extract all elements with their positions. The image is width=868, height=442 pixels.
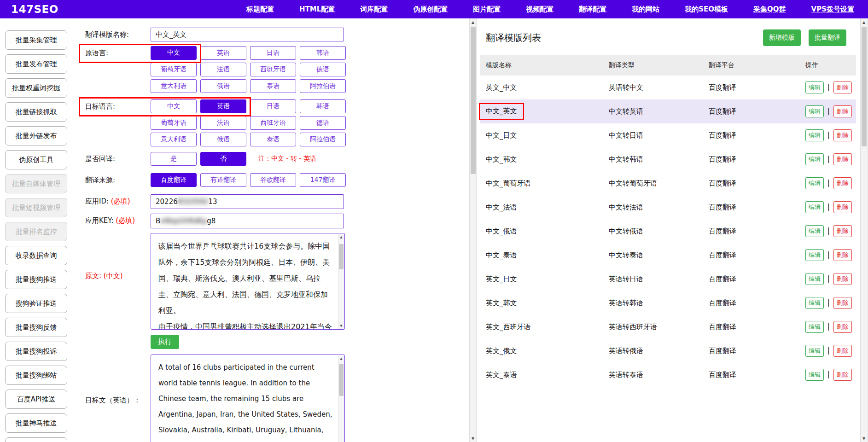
app-id-input[interactable]: 20226810359213 [151,194,344,209]
back-translate-option[interactable]: 是 [151,152,197,166]
source-language-button[interactable]: 德语 [300,63,346,76]
edit-button[interactable]: 编辑 [805,273,824,285]
delete-button[interactable]: 删除 [833,81,852,93]
source-language-button[interactable]: 泰语 [250,79,296,93]
target-language-button[interactable]: 英语 [200,99,246,113]
target-textarea-scrollbar[interactable]: ▲ ▼ [338,355,344,442]
target-language-button[interactable]: 德语 [300,116,346,130]
topnav-item[interactable]: 伪原创配置 [413,0,448,18]
translate-source-option[interactable]: 谷歌翻译 [250,173,296,187]
scroll-up-icon[interactable]: ▲ [338,355,344,361]
edit-button[interactable]: 编辑 [805,177,824,189]
form-scrollbar-thumb[interactable] [471,27,476,174]
sidebar-item[interactable]: 批量搜狗推送 [5,270,67,289]
edit-button[interactable]: 编辑 [805,297,824,309]
translate-source-option[interactable]: 有道翻译 [200,173,246,187]
sidebar-item[interactable]: 伪原创工具 [5,150,67,169]
scroll-down-icon[interactable]: ▼ [861,435,867,442]
edit-button[interactable]: 编辑 [805,153,824,165]
sidebar-item[interactable]: 批量短视频管理 [5,198,67,217]
delete-button[interactable]: 删除 [833,321,852,333]
sidebar-item[interactable]: 批量自媒体管理 [5,174,67,193]
scroll-up-icon[interactable]: ▲ [338,234,344,240]
delete-button[interactable]: 删除 [833,105,852,117]
edit-button[interactable]: 编辑 [805,345,824,357]
sidebar-item[interactable]: 百度API推送 [5,390,67,409]
add-template-button[interactable]: 新增模版 [763,29,801,46]
target-language-button[interactable]: 泰语 [250,133,296,146]
original-textarea-scrollbar[interactable]: ▲ ▼ [338,234,344,329]
sidebar-item[interactable]: 批量采集管理 [5,30,67,50]
edit-button[interactable]: 编辑 [805,81,824,93]
topnav-item[interactable]: VPS拨号设置 [811,0,854,18]
topnav-item[interactable]: 标题配置 [246,0,274,18]
delete-button[interactable]: 删除 [833,249,852,261]
edit-button[interactable]: 编辑 [805,369,824,381]
topnav-item[interactable]: 我的网站 [632,0,659,18]
source-language-button[interactable]: 法语 [200,63,246,76]
delete-button[interactable]: 删除 [833,297,852,309]
edit-button[interactable]: 编辑 [805,105,824,117]
edit-button[interactable]: 编辑 [805,129,824,141]
translate-source-option[interactable]: 147翻译 [300,173,346,187]
source-language-button[interactable]: 俄语 [200,79,246,93]
target-language-button[interactable]: 意大利语 [151,133,197,146]
delete-button[interactable]: 删除 [833,129,852,141]
target-language-button[interactable]: 阿拉伯语 [300,133,346,146]
translate-source-option[interactable]: 百度翻译 [151,173,197,187]
source-language-button[interactable]: 英语 [200,46,246,60]
delete-button[interactable]: 删除 [833,225,852,237]
sidebar-item[interactable]: 批量神马推送 [5,413,67,433]
target-language-button[interactable]: 中文 [151,99,197,113]
batch-translate-button[interactable]: 批量翻译 [809,29,846,46]
delete-button[interactable]: 删除 [833,177,852,189]
topnav-item[interactable]: 视频配置 [526,0,553,18]
template-name-input[interactable] [151,28,344,41]
source-language-button[interactable]: 阿拉伯语 [300,79,346,93]
sidebar-item[interactable]: 批量权重词挖掘 [5,78,67,98]
sidebar-item[interactable]: 批量搜狗绑站 [5,366,67,385]
source-language-button[interactable]: 中文 [151,46,197,60]
scroll-down-icon[interactable]: ▼ [470,435,476,442]
target-language-button[interactable]: 俄语 [200,133,246,146]
sidebar-item[interactable]: 搜狗验证推送 [5,294,67,313]
topnav-item[interactable]: 词库配置 [360,0,388,18]
sidebar-item[interactable]: 收录数据查询 [5,246,67,265]
execute-button[interactable]: 执行 [151,335,179,349]
target-scrollbar-thumb[interactable] [339,364,344,396]
delete-button[interactable]: 删除 [833,201,852,213]
original-text-area[interactable]: 该届当今世界乒乓球联赛共计16支球会参与。除中国队外，余下15支球会分别为阿根廷… [151,233,345,330]
topnav-item[interactable]: 图片配置 [473,0,501,18]
sidebar-item[interactable]: 批量搜狗反馈 [5,318,67,337]
delete-button[interactable]: 删除 [833,153,852,165]
scroll-down-icon[interactable]: ▼ [338,323,344,329]
target-language-button[interactable]: 日语 [250,99,296,113]
sidebar-item[interactable]: 批量发布管理 [5,54,67,74]
source-language-button[interactable]: 日语 [250,46,296,60]
delete-button[interactable]: 删除 [833,369,852,381]
sidebar-item[interactable]: 批量排名监控 [5,222,67,241]
page-scrollbar[interactable]: ▲ ▼ [860,18,868,442]
edit-button[interactable]: 编辑 [805,249,824,261]
edit-button[interactable]: 编辑 [805,201,824,213]
form-scrollbar[interactable]: ▲ ▼ [469,18,477,442]
edit-button[interactable]: 编辑 [805,321,824,333]
target-text-area[interactable]: A total of 16 clubs participated in the … [151,355,345,442]
edit-button[interactable]: 编辑 [805,225,824,237]
scroll-up-icon[interactable]: ▲ [861,18,867,26]
app-key-input[interactable]: BxWqzUhRdKpg8 [151,214,344,228]
topnav-item[interactable]: 翻译配置 [579,0,606,18]
delete-button[interactable]: 删除 [833,273,852,285]
sidebar-item[interactable]: 批量搜狗投诉 [5,342,67,361]
sidebar-item[interactable]: 批量外链发布 [5,126,67,145]
sidebar-item[interactable] [5,437,67,442]
delete-button[interactable]: 删除 [833,345,852,357]
back-translate-option[interactable]: 否 [200,152,246,166]
scroll-up-icon[interactable]: ▲ [470,18,476,26]
source-language-button[interactable]: 意大利语 [151,79,197,93]
original-scrollbar-thumb[interactable] [339,244,344,269]
topnav-item[interactable]: 我的SEO模板 [685,0,728,18]
page-scrollbar-thumb[interactable] [862,27,867,146]
source-language-button[interactable]: 韩语 [300,46,346,60]
target-language-button[interactable]: 西班牙语 [250,116,296,130]
